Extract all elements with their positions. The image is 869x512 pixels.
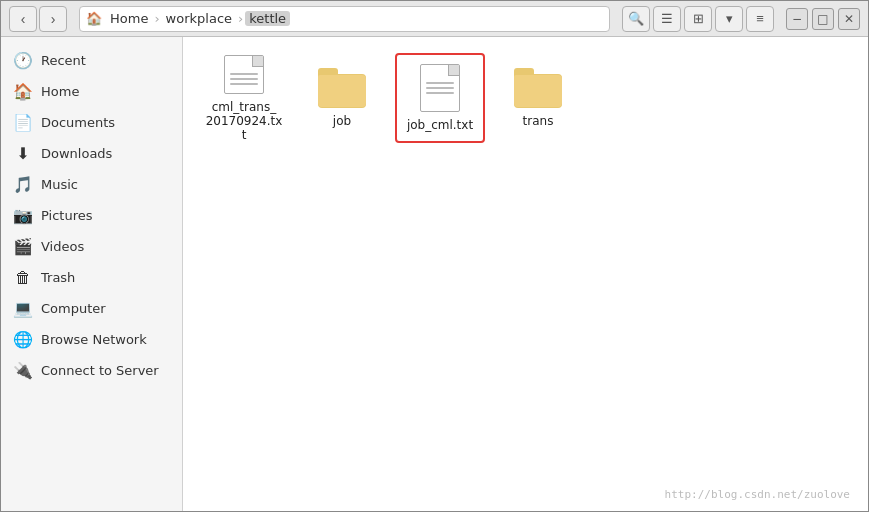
search-button[interactable]: 🔍 <box>622 6 650 32</box>
sidebar-label-videos: Videos <box>41 239 84 254</box>
grid-icon: ⊞ <box>693 11 704 26</box>
file-name-job-cml: job_cml.txt <box>407 118 473 132</box>
sidebar-item-downloads[interactable]: ⬇ Downloads <box>1 138 182 169</box>
list-view-button[interactable]: ☰ <box>653 6 681 32</box>
file-name-job: job <box>333 114 351 128</box>
main-content: 🕐 Recent 🏠 Home 📄 Documents ⬇ Downloads … <box>1 37 868 511</box>
close-button[interactable]: ✕ <box>838 8 860 30</box>
list-icon: ☰ <box>661 11 673 26</box>
computer-icon: 💻 <box>13 299 33 318</box>
file-item-cml-trans[interactable]: cml_trans_20170924.txt <box>199 53 289 143</box>
chevron-down-icon: ▾ <box>726 11 733 26</box>
sidebar-item-documents[interactable]: 📄 Documents <box>1 107 182 138</box>
sidebar-label-computer: Computer <box>41 301 106 316</box>
sidebar-item-pictures[interactable]: 📷 Pictures <box>1 200 182 231</box>
sidebar-item-computer[interactable]: 💻 Computer <box>1 293 182 324</box>
recent-icon: 🕐 <box>13 51 33 70</box>
watermark: http://blog.csdn.net/zuolove <box>665 488 850 501</box>
file-item-job-cml[interactable]: job_cml.txt <box>395 53 485 143</box>
file-manager-window: ‹ › 🏠 Home › workplace › kettle 🔍 ☰ ⊞ <box>0 0 869 512</box>
breadcrumb: 🏠 Home › workplace › kettle <box>79 6 610 32</box>
forward-button[interactable]: › <box>39 6 67 32</box>
sidebar-label-recent: Recent <box>41 53 86 68</box>
back-button[interactable]: ‹ <box>9 6 37 32</box>
file-name-trans: trans <box>523 114 554 128</box>
txt-file-icon-job-cml <box>420 64 460 112</box>
sidebar-item-videos[interactable]: 🎬 Videos <box>1 231 182 262</box>
sidebar-label-home: Home <box>41 84 79 99</box>
window-controls: − □ ✕ <box>786 8 860 30</box>
minimize-button[interactable]: − <box>786 8 808 30</box>
trash-icon: 🗑 <box>13 268 33 287</box>
grid-view-button[interactable]: ⊞ <box>684 6 712 32</box>
file-item-trans[interactable]: trans <box>493 53 583 143</box>
breadcrumb-sep-1: › <box>154 11 159 26</box>
breadcrumb-home: 🏠 Home <box>86 11 152 26</box>
sidebar-label-trash: Trash <box>41 270 75 285</box>
breadcrumb-sep-2: › <box>238 11 243 26</box>
breadcrumb-home-label[interactable]: Home <box>106 11 152 26</box>
sidebar-label-connect-server: Connect to Server <box>41 363 159 378</box>
file-area: cml_trans_20170924.txt job <box>183 37 868 511</box>
network-icon: 🌐 <box>13 330 33 349</box>
search-icon: 🔍 <box>628 11 644 26</box>
sidebar: 🕐 Recent 🏠 Home 📄 Documents ⬇ Downloads … <box>1 37 183 511</box>
breadcrumb-workplace[interactable]: workplace <box>162 11 236 26</box>
downloads-icon: ⬇ <box>13 144 33 163</box>
sidebar-item-music[interactable]: 🎵 Music <box>1 169 182 200</box>
pictures-icon: 📷 <box>13 206 33 225</box>
music-icon: 🎵 <box>13 175 33 194</box>
file-item-job[interactable]: job <box>297 53 387 143</box>
sort-button[interactable]: ▾ <box>715 6 743 32</box>
sidebar-item-trash[interactable]: 🗑 Trash <box>1 262 182 293</box>
sidebar-label-browse-network: Browse Network <box>41 332 147 347</box>
file-name-cml-trans: cml_trans_20170924.txt <box>205 100 283 142</box>
home-icon: 🏠 <box>86 11 102 26</box>
videos-icon: 🎬 <box>13 237 33 256</box>
sidebar-label-music: Music <box>41 177 78 192</box>
toolbar-actions: 🔍 ☰ ⊞ ▾ ≡ <box>622 6 774 32</box>
folder-icon-job <box>318 68 366 108</box>
sidebar-label-pictures: Pictures <box>41 208 92 223</box>
documents-icon: 📄 <box>13 113 33 132</box>
txt-file-icon <box>224 55 264 94</box>
sidebar-item-home[interactable]: 🏠 Home <box>1 76 182 107</box>
sidebar-item-browse-network[interactable]: 🌐 Browse Network <box>1 324 182 355</box>
hamburger-icon: ≡ <box>756 11 764 26</box>
titlebar: ‹ › 🏠 Home › workplace › kettle 🔍 ☰ ⊞ <box>1 1 868 37</box>
navigation-buttons: ‹ › <box>9 6 67 32</box>
menu-button[interactable]: ≡ <box>746 6 774 32</box>
folder-icon-trans <box>514 68 562 108</box>
maximize-button[interactable]: □ <box>812 8 834 30</box>
sidebar-label-downloads: Downloads <box>41 146 112 161</box>
server-icon: 🔌 <box>13 361 33 380</box>
breadcrumb-kettle[interactable]: kettle <box>245 11 290 26</box>
sidebar-item-connect-server[interactable]: 🔌 Connect to Server <box>1 355 182 386</box>
sidebar-item-recent[interactable]: 🕐 Recent <box>1 45 182 76</box>
home-icon: 🏠 <box>13 82 33 101</box>
sidebar-label-documents: Documents <box>41 115 115 130</box>
